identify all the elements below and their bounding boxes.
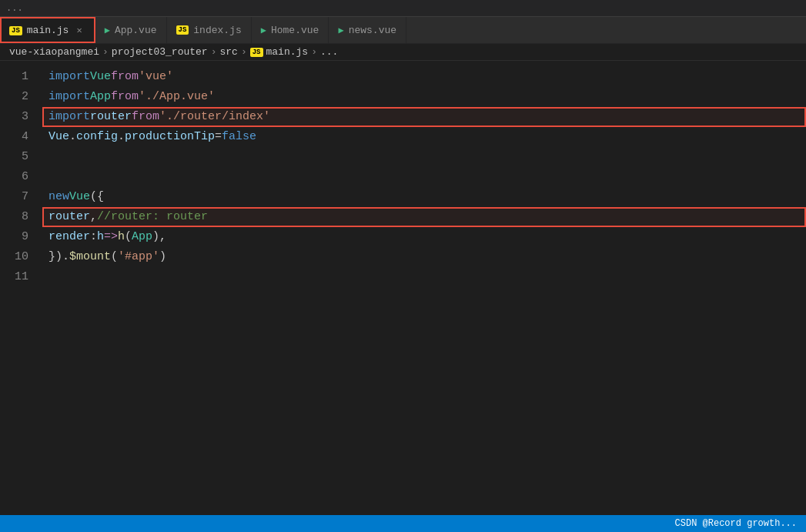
- token-str: 'vue': [139, 68, 173, 86]
- token-plain: .: [69, 128, 76, 146]
- breadcrumb-part: ...: [320, 46, 338, 58]
- line-number: 5: [0, 147, 28, 167]
- token-plain: ): [159, 248, 166, 266]
- token-plain: :: [90, 228, 97, 246]
- token-plain: .: [118, 128, 125, 146]
- tab-label: App.vue: [115, 25, 157, 36]
- code-line: import App from './App.vue': [42, 87, 806, 107]
- line-number: 8: [0, 207, 28, 227]
- code-line: Vue.config.productionTip = false: [42, 127, 806, 147]
- code-line: import router from './router/index': [42, 107, 806, 127]
- token-name: App: [132, 228, 152, 246]
- breadcrumb-part: vue-xiaopangmei: [9, 46, 99, 58]
- tab-label: index.js: [193, 25, 241, 36]
- js-icon: JS: [9, 26, 22, 35]
- breadcrumb-part: main.js: [266, 46, 309, 58]
- breadcrumb-part: project03_router: [112, 46, 208, 58]
- vue-icon: ▶: [338, 25, 343, 36]
- token-bool: false: [222, 128, 256, 146]
- line-number: 1: [0, 67, 28, 87]
- token-name-router: Vue: [48, 128, 69, 146]
- token-name-router: h: [97, 228, 104, 246]
- line-number: 4: [0, 127, 28, 147]
- token-comment: //router: router: [97, 208, 208, 226]
- code-line: import Vue from 'vue': [42, 67, 806, 87]
- token-fn: h: [118, 228, 125, 246]
- token-plain: (: [111, 248, 118, 266]
- token-str: './App.vue': [139, 88, 215, 106]
- breadcrumb-separator: ›: [311, 46, 317, 58]
- code-line: render: h => h(App),: [42, 227, 806, 247]
- token-plain: ,: [90, 208, 97, 226]
- tab-close-button[interactable]: ✕: [73, 23, 85, 38]
- token-plain: ),: [152, 228, 166, 246]
- token-plain: (: [125, 228, 132, 246]
- tab-app-vue[interactable]: ▶App.vue: [95, 17, 167, 43]
- token-plain: ({: [90, 188, 104, 206]
- breadcrumb-part: src: [219, 46, 237, 58]
- breadcrumb: vue-xiaopangmei›project03_router›src›JSm…: [0, 44, 806, 61]
- token-prop: productionTip: [125, 128, 215, 146]
- title-bar-dots: ...: [6, 3, 23, 14]
- tab-home-vue[interactable]: ▶Home.vue: [252, 17, 329, 43]
- status-bar: CSDN @Record growth...: [0, 515, 806, 532]
- tabs-bar: JSmain.js✕▶App.vueJSindex.js▶Home.vue▶ne…: [0, 17, 806, 44]
- line-number: 3: [0, 107, 28, 127]
- code-line: new Vue({: [42, 187, 806, 207]
- vue-icon: ▶: [105, 25, 110, 36]
- line-number: 7: [0, 187, 28, 207]
- title-bar: ...: [0, 0, 806, 17]
- breadcrumb-separator: ›: [241, 46, 247, 58]
- token-prop: render: [48, 228, 90, 246]
- token-kw: import: [48, 68, 90, 86]
- tab-label: news.vue: [349, 25, 396, 36]
- line-number: 6: [0, 167, 28, 187]
- status-right-text: CSDN @Record growth...: [675, 518, 797, 529]
- line-number: 9: [0, 227, 28, 247]
- code-line: [42, 167, 806, 187]
- code-area[interactable]: import Vue from 'vue'import App from './…: [42, 61, 806, 515]
- js-icon: JS: [176, 25, 189, 35]
- token-kw: import: [48, 88, 90, 106]
- token-arrow: =>: [104, 228, 118, 246]
- tab-label: main.js: [27, 25, 69, 36]
- vue-icon: ▶: [261, 25, 266, 36]
- code-line: [42, 267, 806, 287]
- line-numbers: 1234567891011: [0, 61, 42, 515]
- code-line: router, //router: router: [42, 207, 806, 227]
- token-name: App: [90, 88, 111, 106]
- token-plain: }).: [48, 248, 69, 266]
- token-prop: config: [76, 128, 118, 146]
- code-line: [42, 147, 806, 167]
- token-kw: import: [48, 108, 90, 126]
- breadcrumb-separator: ›: [102, 46, 109, 58]
- token-fn: $mount: [69, 248, 111, 266]
- token-name: Vue: [90, 68, 111, 86]
- token-from-kw: from: [132, 108, 159, 126]
- line-number: 10: [0, 247, 28, 267]
- token-name-router: router: [48, 208, 90, 226]
- token-plain: =: [215, 128, 222, 146]
- tab-news-vue[interactable]: ▶news.vue: [329, 17, 406, 43]
- line-number: 11: [0, 267, 28, 287]
- token-str: './router/index': [159, 108, 270, 126]
- editor: 1234567891011 import Vue from 'vue'impor…: [0, 61, 806, 515]
- token-kw-new: new: [48, 188, 69, 206]
- breadcrumb-js-icon: JS: [250, 48, 263, 57]
- breadcrumb-separator: ›: [211, 46, 217, 58]
- token-from-kw: from: [111, 88, 139, 106]
- line-number: 2: [0, 87, 28, 107]
- token-str: '#app': [118, 248, 159, 266]
- tab-index-js[interactable]: JSindex.js: [167, 17, 252, 43]
- token-name: Vue: [69, 188, 90, 206]
- token-from-kw: from: [111, 68, 139, 86]
- tab-label: Home.vue: [271, 25, 319, 36]
- token-name-router: router: [90, 108, 132, 126]
- code-line: }).$mount('#app'): [42, 247, 806, 267]
- tab-main-js[interactable]: JSmain.js✕: [0, 17, 95, 43]
